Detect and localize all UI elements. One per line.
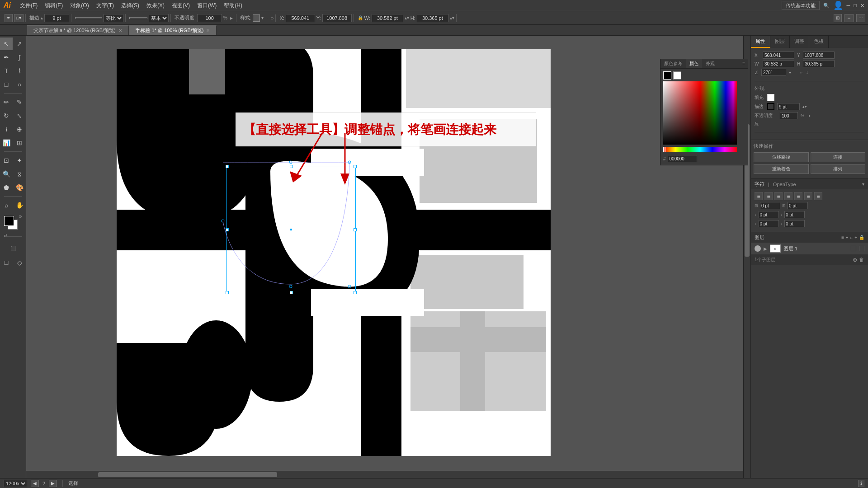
hex-input[interactable] <box>668 155 697 162</box>
brush-tool-btn[interactable]: ✏ <box>0 96 13 108</box>
align-left-btn[interactable]: ≡ <box>755 192 763 200</box>
adjustments-tab[interactable]: 调整 <box>790 36 809 48</box>
layer-expand-arrow[interactable]: ▶ <box>764 246 767 251</box>
stroke-size-stepper[interactable]: ▴▾ <box>802 104 807 109</box>
hand-tool-btn[interactable]: ✋ <box>13 199 26 211</box>
h-input[interactable] <box>417 14 448 22</box>
shape-tool-btn[interactable]: □ <box>0 78 13 91</box>
indent-right-input[interactable] <box>788 202 808 209</box>
path-text-tool-btn[interactable]: ⌇ <box>13 65 26 77</box>
color-spectrum[interactable] <box>663 81 737 145</box>
join-btn[interactable]: 连接 <box>811 152 866 162</box>
zoom-select[interactable]: 1200x 100% 200% 400% 800% <box>4 480 27 487</box>
layer-visibility-toggle[interactable] <box>755 245 761 252</box>
align-justify-all-btn[interactable]: ≡ <box>804 192 812 200</box>
scrollbar-horizontal[interactable] <box>26 471 743 478</box>
drawing-mode-btn[interactable]: ◇ <box>13 256 26 269</box>
tab-0[interactable]: 父亲节讲解.ai* @ 1200% (RGB/预览) ✕ <box>27 25 129 35</box>
eyedropper-tool-btn[interactable]: 🔍 <box>0 168 13 180</box>
style-options-btn[interactable]: ○ <box>270 15 274 21</box>
spacing-bottom-input[interactable] <box>784 211 805 218</box>
align-justify-btn[interactable]: ≡ <box>784 192 793 200</box>
foreground-color-swatch[interactable] <box>4 216 14 226</box>
y-coord-input[interactable] <box>803 52 835 59</box>
selection-tool-btn[interactable]: ↖ <box>0 38 13 50</box>
menu-object[interactable]: 对象(O) <box>66 0 92 11</box>
pen-tool-btn[interactable]: ✒ <box>0 51 13 64</box>
y-input[interactable] <box>322 14 352 22</box>
lock-proportions-icon[interactable]: 🔒 <box>358 15 363 20</box>
brush-options-btn[interactable]: □▾ <box>14 14 24 22</box>
maximize-btn[interactable]: □ <box>854 3 857 8</box>
layers-add-btn[interactable]: + <box>854 235 857 240</box>
default-colors-icon[interactable]: ⊙ <box>19 214 22 219</box>
stroke-size-input[interactable] <box>44 14 69 22</box>
blend-tool-btn[interactable]: ⧖ <box>13 168 26 180</box>
normal-mode-btn[interactable]: □ <box>0 256 13 269</box>
layer-select-btn[interactable] <box>859 246 864 251</box>
layers-search-btn[interactable]: ⌕ <box>850 235 853 240</box>
properties-tab[interactable]: 属性 <box>751 36 770 48</box>
color-ref-tab[interactable]: 颜色参考 <box>660 59 686 68</box>
indent-left-input[interactable] <box>760 202 780 209</box>
tab-0-close[interactable]: ✕ <box>118 28 122 33</box>
canvas-area[interactable]: 【直接选择工具】调整锚点，将笔画连接起来 <box>26 36 750 478</box>
align-options-btn[interactable]: ≡ <box>814 192 822 200</box>
menu-select[interactable]: 选择(S) <box>118 0 143 11</box>
offset-path-btn[interactable]: 位移路径 <box>754 152 809 162</box>
fill-color-swatch[interactable] <box>767 94 774 101</box>
scale-tool-btn[interactable]: ⤡ <box>13 109 26 122</box>
stroke-type-select[interactable]: 基本 <box>149 14 169 22</box>
menu-window[interactable]: 窗口(W) <box>193 0 220 11</box>
align-center-btn[interactable]: ≡ <box>764 192 773 200</box>
puppet-tool-btn[interactable]: ⊕ <box>13 123 26 136</box>
info-btn[interactable]: ℹ <box>858 480 864 487</box>
next-page-btn[interactable]: ▶ <box>49 480 57 487</box>
menu-effect[interactable]: 效果(X) <box>143 0 168 11</box>
transform-options-btn[interactable]: ↔ <box>844 14 854 22</box>
x-input[interactable] <box>286 14 315 22</box>
black-swatch[interactable] <box>663 71 671 80</box>
spacing-top-2-input[interactable] <box>759 220 779 227</box>
h-stepper[interactable]: ▴▾ <box>450 15 454 20</box>
stroke-dash-select[interactable]: 等比 <box>104 14 123 22</box>
appearance-tab[interactable]: 外观 <box>702 59 718 68</box>
swatches-tab[interactable]: 色板 <box>809 36 829 48</box>
stroke-color-swatch[interactable] <box>767 103 774 110</box>
spacing-top-input[interactable] <box>759 211 779 218</box>
curvature-tool-btn[interactable]: ∫ <box>13 51 26 64</box>
x-coord-input[interactable] <box>763 52 794 59</box>
layers-lock-btn[interactable]: 🔒 <box>859 235 864 240</box>
flip-v-btn[interactable]: ↕ <box>806 70 808 75</box>
column-graph-tool-btn[interactable]: 📊 <box>0 136 13 149</box>
align-justify-last-btn[interactable]: ≡ <box>794 192 802 200</box>
menu-edit[interactable]: 编辑(E) <box>41 0 66 11</box>
angle-input[interactable] <box>761 69 786 76</box>
paint-bucket-btn[interactable]: ⬟ <box>0 181 13 194</box>
tab-1[interactable]: 半标题-1* @ 100% (RGB/预览) ✕ <box>129 25 217 35</box>
tool-options-btn[interactable]: ✒ <box>5 14 13 22</box>
minimize-btn[interactable]: ─ <box>847 3 850 8</box>
recolor-btn[interactable]: 重新着色 <box>754 164 809 174</box>
stroke-size-prop-input[interactable] <box>777 103 800 110</box>
align-right-btn[interactable]: ≡ <box>774 192 783 200</box>
delete-layer-btn[interactable]: 🗑 <box>859 257 864 263</box>
h-coord-input[interactable] <box>803 60 835 67</box>
w-coord-input[interactable] <box>763 60 794 67</box>
workspace-label[interactable]: 传统基本功能 <box>782 1 820 10</box>
rotate-tool-btn[interactable]: ↻ <box>0 109 13 122</box>
tab-1-close[interactable]: ✕ <box>206 28 210 33</box>
screen-mode-btn[interactable]: ⬛ <box>5 243 21 253</box>
color-tab[interactable]: 颜色 <box>686 59 702 68</box>
opacity-prop-input[interactable] <box>780 112 798 119</box>
swap-colors-icon[interactable]: ⇄ <box>4 233 8 238</box>
typo-collapse[interactable]: ▾ <box>862 182 864 187</box>
opacity-expand[interactable]: ▸ <box>809 113 811 118</box>
ellipse-tool-btn[interactable]: ○ <box>13 78 26 91</box>
free-transform-btn[interactable]: ⊡ <box>0 154 13 167</box>
layers-tab-header[interactable]: 图层 <box>770 36 790 48</box>
flip-h-btn[interactable]: ↔ <box>799 70 803 75</box>
warp-tool-btn[interactable]: ≀ <box>0 123 13 136</box>
align-options-btn[interactable]: ⊞ <box>834 14 842 22</box>
layers-menu-btn[interactable]: ≡ <box>841 235 844 240</box>
